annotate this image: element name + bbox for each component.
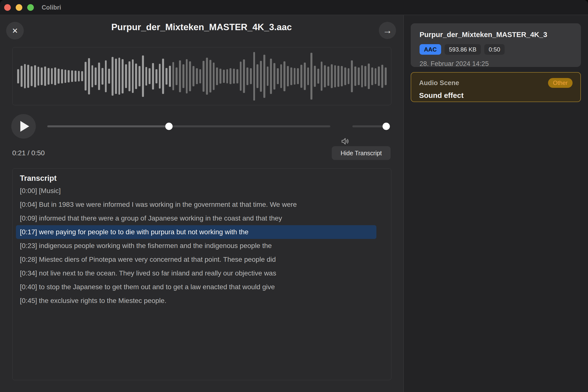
waveform-bar [47,68,49,85]
waveform-bar [152,63,154,90]
waveform-bar [307,68,309,85]
zoom-window-button[interactable] [27,4,34,11]
waveform-bar [122,59,124,94]
waveform-bar [368,64,370,89]
waveform-bar [155,69,157,84]
transcript-line[interactable]: [0:40] to stop the Japanese to get them … [16,280,376,294]
waveform-bar [267,66,269,86]
waveform-bar [95,68,97,85]
next-file-button[interactable]: → [379,22,396,39]
audio-scene-value: Sound effect [419,91,573,100]
hide-transcript-button[interactable]: Hide Transcript [332,146,391,160]
waveform-bar [165,68,167,85]
waveform-bar [283,61,285,91]
play-icon [20,121,29,132]
waveform-bar [209,60,211,92]
waveform-bar [260,61,262,92]
waveform-bar [51,68,53,84]
waveform-bar [20,66,22,87]
waveform-bar [219,69,221,84]
arrow-right-icon: → [383,25,392,36]
waveform-bar [37,67,39,86]
waveform-bar [138,66,140,86]
waveform-bar [226,69,228,84]
transcript-line[interactable]: [0:34] not live next to the ocean. They … [16,266,376,280]
waveform-bar [270,59,272,94]
waveform-bar [229,68,231,84]
waveform-bar [162,59,164,94]
volume-slider[interactable] [352,125,388,127]
waveform-bar [145,67,147,86]
waveform-bar [27,65,29,88]
audio-scene-card: Audio Scene Other Sound effect [411,72,581,102]
waveform-bar [256,64,258,88]
waveform-bar [223,70,225,83]
waveform-bar [321,62,323,91]
format-badge: AAC [420,44,441,55]
waveform-bar [280,64,282,88]
waveform-bar [236,69,238,84]
waveform-bar [216,68,218,85]
transcript-line[interactable]: [0:09] informed that there were a group … [16,212,376,225]
waveform-bar [263,55,265,98]
waveform-bar [105,60,107,92]
seek-slider-fill [47,125,169,127]
waveform-bar [290,68,292,85]
waveform-bar [371,68,373,85]
waveform-bar [34,65,36,87]
waveform-bar [98,62,100,90]
waveform-bar [381,65,383,88]
waveform-bar [74,71,76,82]
waveform-bar [81,71,83,81]
audio-file-title: Purpur_der_Mixteken_MASTER_4K_3.aac [0,22,403,32]
audio-scene-badge: Other [548,78,573,88]
waveform-bar [172,62,174,90]
file-info-card: Purpur_der_Mixteken_MASTER_4K_3 AAC 593.… [411,23,581,67]
waveform-bar [213,62,215,90]
waveform-bar [202,61,204,92]
close-window-button[interactable] [4,4,11,11]
waveform-bar [179,60,181,92]
play-button[interactable] [11,114,36,138]
transcript-line[interactable]: [0:17] were paying for people to to die … [16,225,376,239]
waveform-bar [297,68,299,84]
transcript-line-text: [0:40] to stop the Japanese to get them … [20,283,275,291]
waveform-bar [192,66,194,86]
volume-icon[interactable] [340,136,350,147]
waveform-bar [364,66,366,86]
app-window: Colibri ✕ Purpur_der_Mixteken_MASTER_4K_… [0,0,588,392]
waveform-bar [88,58,90,94]
waveform-bar [132,59,134,93]
transcript-line[interactable]: [0:28] Miestec diers of Pinotepa were ve… [16,253,376,266]
audio-scene-label: Audio Scene [419,79,459,87]
minimize-window-button[interactable] [16,4,22,11]
waveform-bar [24,64,26,88]
waveform-bar [351,60,353,92]
waveform-bar [125,64,127,88]
waveform-bar [327,66,329,86]
waveform-bar [304,62,306,90]
waveform-bar [135,64,137,89]
transcript-line-text: [0:45] the exclusive rights to the Miest… [20,297,166,304]
waveform-bar [41,68,43,85]
transcript-heading: Transcript [20,174,391,183]
transcript-line[interactable]: [0:23] indigenous people working with th… [16,239,376,253]
waveform-bar [176,68,177,85]
file-info-badges: AAC 593.86 KB 0:50 [420,44,572,55]
waveform-bar [111,57,113,96]
waveform-bar [128,61,130,91]
volume-slider-handle[interactable] [383,123,390,130]
waveform-bar [199,69,201,84]
waveform-bar [314,66,316,87]
waveform-bar [273,63,275,90]
waveform-bar [58,69,59,84]
seek-slider-handle[interactable] [165,123,173,130]
waveform-bar [250,68,252,84]
player-panel: ✕ Purpur_der_Mixteken_MASTER_4K_3.aac → … [0,15,403,392]
waveform-display[interactable] [12,47,391,105]
transcript-line[interactable]: [0:45] the exclusive rights to the Miest… [16,294,376,308]
waveform-bar [277,68,279,84]
transcript-line[interactable]: [0:04] But in 1983 we were informed I wa… [16,198,376,212]
transcript-line[interactable]: [0:00] [Music] [16,184,376,198]
seek-slider[interactable] [47,125,330,127]
